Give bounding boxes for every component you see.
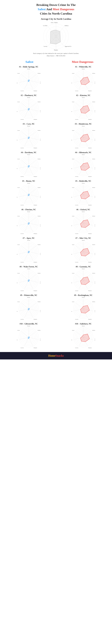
svg-text:Aggravated Assault: Aggravated Assault: [65, 46, 72, 47]
safe-radar-1: MurderRobberyAggravated AssaultBurglaryL…: [17, 68, 40, 92]
safe-city-3: #3 – Cary, NC MurderRobberyAggravated As…: [2, 122, 56, 151]
svg-text:Arson: Arson: [72, 101, 74, 102]
svg-text:Aggravated: Aggravated: [94, 82, 95, 83]
safe-radar-3: MurderRobberyAggravated AssaultBurglaryL…: [17, 126, 40, 149]
safe-city-title-9: #9 – Winterville, NC: [20, 294, 37, 296]
svg-text:Robbery: Robbery: [92, 101, 95, 102]
svg-text:Murder: Murder: [27, 126, 30, 127]
safe-city-9: #9 – Winterville, NC MurderRobberyAggrav…: [2, 294, 56, 322]
dangerous-city-8: #8 – Gastonia, NC MurderRobberyAggravate…: [56, 265, 110, 294]
dangerous-city-title-10: #10 – Salisbury, NC: [75, 323, 92, 325]
svg-text:Car Theft: Car Theft: [72, 254, 72, 255]
svg-text:Robbery: Robbery: [38, 244, 40, 245]
dangerous-city-title-6: #6 – Oxford, NC: [76, 208, 90, 211]
svg-text:Assault: Assault: [40, 112, 40, 112]
svg-line-120: [29, 138, 38, 140]
svg-text:Larceny: Larceny: [75, 290, 78, 291]
svg-line-442: [29, 337, 38, 340]
svg-text:Car Theft: Car Theft: [17, 82, 18, 84]
svg-line-169: [19, 166, 29, 168]
svg-text:Arson: Arson: [72, 244, 74, 245]
svg-text:Murder: Murder: [27, 211, 30, 212]
dangerous-city-9: #9 – Rockingham, NC MurderRobberyAggrava…: [56, 294, 110, 322]
svg-text:Car Theft: Car Theft: [17, 254, 18, 255]
svg-line-395: [29, 303, 36, 309]
dangerous-city-title-4: #4 – Albemarle, NC: [75, 152, 92, 154]
dangerous-city-title-7: #7 – Siler City, NC: [76, 237, 91, 239]
svg-text:Arson: Arson: [17, 158, 20, 160]
avg-section: Average City In North Carolina: [0, 16, 112, 58]
svg-text:Car Theft: Car Theft: [72, 340, 72, 341]
svg-line-170: [21, 160, 29, 166]
svg-text:Aggravated: Aggravated: [40, 282, 40, 282]
svg-text:Burglary: Burglary: [34, 319, 37, 320]
svg-text:Assault: Assault: [40, 83, 40, 84]
svg-text:Larceny: Larceny: [20, 319, 24, 320]
svg-line-211: [29, 188, 36, 195]
svg-text:Burglary: Burglary: [34, 347, 37, 348]
svg-text:Burglary: Burglary: [88, 233, 92, 234]
cities-grid: #1 – Holly Springs, NC MurderRobberyAggr…: [0, 65, 112, 350]
svg-line-354: [21, 274, 29, 280]
data-note-1: Each category of crime indexed to the wo…: [3, 52, 109, 54]
svg-line-446: [21, 331, 29, 338]
main-title: Breaking Down Crime In The Safest And Mo…: [0, 0, 112, 16]
svg-line-212: [29, 194, 38, 197]
svg-line-441: [29, 331, 36, 338]
svg-text:Larceny: Larceny: [44, 46, 47, 47]
svg-text:Robbery: Robbery: [38, 216, 40, 217]
svg-text:Robbery: Robbery: [38, 273, 40, 274]
svg-text:Aggravated: Aggravated: [40, 110, 40, 111]
svg-text:Robbery: Robbery: [92, 73, 95, 74]
dangerous-header: Most Dangerous: [56, 60, 109, 64]
section-headers: Safest Most Dangerous: [0, 59, 112, 65]
safest-header: Safest: [3, 60, 56, 64]
svg-text:Arson: Arson: [72, 130, 74, 131]
svg-text:Murder: Murder: [82, 268, 85, 270]
svg-line-32: [21, 74, 29, 80]
safe-city-title-6: #6 – Fletcher, NC: [22, 208, 36, 211]
svg-text:Murder: Murder: [82, 326, 85, 326]
svg-line-349: [29, 274, 36, 280]
svg-text:Arson: Arson: [17, 130, 20, 131]
svg-text:Murder: Murder: [82, 126, 85, 127]
avg-title: Average City In North Carolina: [0, 18, 112, 20]
svg-marker-102: [80, 106, 90, 114]
svg-text:Murder: Murder: [82, 211, 85, 212]
svg-text:Car Theft: Car Theft: [43, 25, 48, 26]
svg-text:Larceny: Larceny: [20, 204, 24, 206]
svg-text:Robbery: Robbery: [38, 187, 40, 188]
svg-line-213: [29, 194, 33, 204]
svg-text:Arson: Arson: [17, 301, 20, 302]
svg-line-216: [21, 188, 29, 195]
dangerous-radar-10: MurderRobberyAggravated AssaultBurglaryL…: [72, 326, 95, 349]
svg-line-121: [29, 138, 33, 146]
svg-marker-378: [80, 277, 90, 285]
svg-line-259: [29, 223, 33, 232]
svg-marker-194: [80, 163, 90, 170]
svg-text:Arson: Arson: [51, 22, 54, 23]
svg-text:Murder: Murder: [82, 68, 85, 70]
svg-text:Murder: Murder: [27, 97, 30, 98]
svg-text:Aggravated: Aggravated: [40, 196, 40, 197]
svg-text:Robbery: Robbery: [38, 301, 40, 302]
svg-text:Car Theft: Car Theft: [72, 82, 72, 84]
dangerous-city-title-8: #8 – Gastonia, NC: [76, 266, 91, 268]
svg-text:Larceny: Larceny: [20, 90, 24, 92]
svg-line-399: [19, 309, 29, 311]
svg-text:Burglary: Burglary: [88, 148, 92, 148]
svg-text:Assault: Assault: [40, 140, 40, 141]
svg-text:Car Theft: Car Theft: [72, 111, 72, 112]
svg-text:Larceny: Larceny: [75, 119, 78, 120]
dangerous-radar-8: MurderRobberyAggravated AssaultBurglaryL…: [72, 268, 95, 292]
svg-text:Aggravated: Aggravated: [40, 338, 40, 340]
svg-text:Aggravated: Aggravated: [94, 282, 95, 282]
svg-text:Larceny: Larceny: [20, 290, 24, 291]
dangerous-radar-5: MurderRobberyAggravated AssaultBurglaryL…: [72, 183, 95, 206]
svg-text:Car Theft: Car Theft: [17, 197, 18, 198]
svg-text:Burglary: Burglary: [34, 290, 37, 291]
svg-marker-148: [80, 134, 90, 142]
dangerous-city-1: #1 – Whiteville, NC MurderRobberyAggrava…: [56, 65, 110, 94]
svg-text:Robbery: Robbery: [92, 273, 95, 274]
svg-text:Aggravated: Aggravated: [94, 310, 95, 311]
